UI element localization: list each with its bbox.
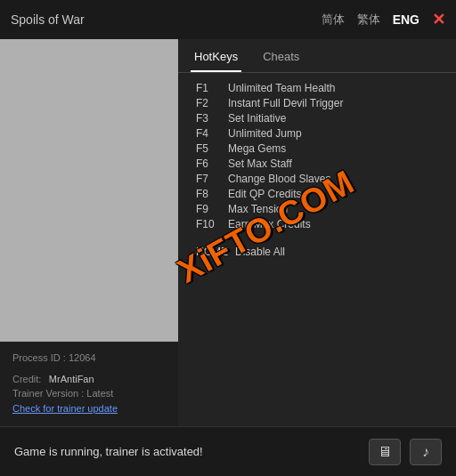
hotkey-f8-key: F8 [196, 188, 228, 200]
hotkey-f1-key: F1 [196, 82, 228, 94]
monitor-icon: 🖥 [378, 444, 392, 460]
trainer-version-label: Trainer Version : Latest [12, 388, 166, 399]
hotkey-f6-desc: Set Max Staff [228, 157, 292, 170]
hotkey-f2-key: F2 [196, 97, 228, 109]
tab-hotkeys[interactable]: HotKeys [191, 46, 241, 72]
hotkey-home: HOME Disable All [196, 246, 438, 258]
hotkey-f3: F3 Set Initiative [196, 112, 438, 125]
hotkey-f8: F8 Edit QP Credits [196, 188, 438, 200]
main-layout: Process ID : 12064 Credit: MrAntiFan Tra… [0, 39, 456, 426]
hotkey-f9: F9 Max Tension [196, 203, 438, 215]
credit-label: Credit: [12, 374, 41, 384]
hotkey-f3-desc: Set Initiative [228, 112, 286, 125]
hotkey-f9-desc: Max Tension [228, 203, 288, 215]
credit-value: MrAntiFan [49, 374, 94, 384]
hotkey-f4-key: F4 [196, 127, 228, 140]
hotkey-f7-desc: Change Blood Slaves [228, 173, 330, 185]
check-update-link[interactable]: Check for trainer update [12, 403, 118, 414]
app-title: Spoils of War [11, 12, 85, 27]
hotkey-f10: F10 Earn Max Credits [196, 218, 438, 230]
hotkey-f1-desc: Unlimited Team Health [228, 82, 336, 94]
hotkey-f6-key: F6 [196, 157, 228, 170]
status-bar: Game is running, trainer is activated! 🖥… [0, 426, 456, 476]
hotkey-f9-key: F9 [196, 203, 228, 215]
hotkey-f5-key: F5 [196, 142, 228, 155]
hotkey-f2-desc: Instant Full Devil Trigger [228, 97, 343, 109]
title-bar: Spoils of War 简体 繁体 ENG ✕ [0, 0, 456, 39]
hotkey-f10-key: F10 [196, 218, 228, 230]
hotkey-f7-key: F7 [196, 173, 228, 185]
hotkey-f1: F1 Unlimited Team Health [196, 82, 438, 94]
hotkey-f3-key: F3 [196, 112, 228, 125]
hotkey-f10-desc: Earn Max Credits [228, 218, 311, 230]
hotkey-f8-desc: Edit QP Credits [228, 188, 301, 200]
hotkey-f4: F4 Unlimited Jump [196, 127, 438, 140]
lang-english-btn[interactable]: ENG [393, 12, 419, 27]
hotkey-f2: F2 Instant Full Devil Trigger [196, 97, 438, 109]
status-message: Game is running, trainer is activated! [14, 445, 203, 458]
hotkey-f5-desc: Mega Gems [228, 142, 286, 155]
hotkey-list: F1 Unlimited Team Health F2 Instant Full… [178, 73, 456, 426]
hotkey-f4-desc: Unlimited Jump [228, 127, 302, 140]
hotkey-f7: F7 Change Blood Slaves [196, 173, 438, 185]
music-icon: ♪ [422, 444, 429, 460]
hotkey-home-key: HOME [196, 246, 235, 258]
title-bar-controls: 简体 繁体 ENG ✕ [322, 12, 445, 28]
hotkey-f5: F5 Mega Gems [196, 142, 438, 155]
monitor-icon-button[interactable]: 🖥 [369, 439, 401, 465]
hotkey-home-desc: Disable All [235, 246, 285, 258]
info-panel: Process ID : 12064 Credit: MrAntiFan Tra… [0, 342, 178, 426]
right-panel: HotKeys Cheats F1 Unlimited Team Health … [178, 39, 456, 426]
close-button[interactable]: ✕ [432, 12, 445, 28]
hotkey-f6: F6 Set Max Staff [196, 157, 438, 170]
lang-trad-chinese-btn[interactable]: 繁体 [357, 12, 380, 28]
tab-bar: HotKeys Cheats [178, 39, 456, 73]
status-icons: 🖥 ♪ [369, 439, 442, 465]
tab-cheats[interactable]: Cheats [259, 46, 303, 72]
process-id-label: Process ID : 12064 [12, 352, 166, 363]
lang-simple-chinese-btn[interactable]: 简体 [322, 12, 345, 28]
game-image-panel: Process ID : 12064 Credit: MrAntiFan Tra… [0, 39, 178, 426]
music-icon-button[interactable]: ♪ [410, 439, 442, 465]
